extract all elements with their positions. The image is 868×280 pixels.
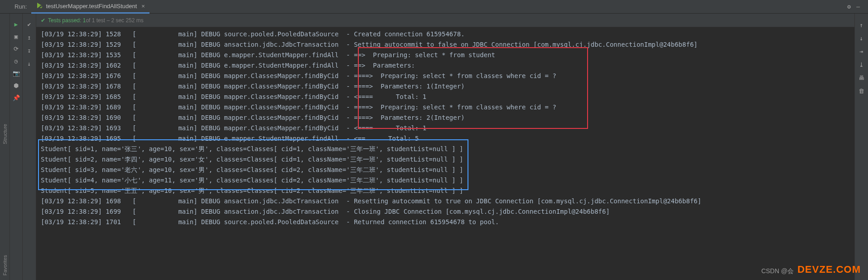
restart-icon[interactable]: ⟳	[14, 45, 19, 52]
run-ok-icon	[36, 2, 43, 10]
scroll-end-icon[interactable]: ⤓	[859, 61, 864, 68]
devz-text: DEVZE.COM	[797, 264, 861, 275]
run-label: Run:	[10, 3, 31, 10]
csdn-text: CSDN @会	[761, 267, 794, 275]
test-toolbar: ✔ ↥ ↧ ↓	[23, 14, 36, 280]
minimize-icon[interactable]: —	[856, 3, 860, 10]
up-arrow-icon[interactable]: ↑	[860, 22, 863, 29]
scroll-icon[interactable]: ↓	[28, 60, 31, 67]
structure-tool-label[interactable]: Structure	[2, 124, 8, 144]
tab-title: testUserMapper.testFindAllStudent	[46, 3, 137, 10]
watermark: CSDN @会 DEVZE.COM	[761, 264, 861, 275]
stop-icon[interactable]: ▣	[14, 33, 18, 40]
collapse-icon[interactable]: ↥	[28, 34, 31, 41]
run-tab[interactable]: testUserMapper.testFindAllStudent ×	[31, 0, 149, 14]
console-toolbar: ↑ ↓ ⇥ ⤓ 🖶 🗑	[854, 14, 868, 280]
highlight-result-output	[38, 139, 468, 190]
highlight-sql-queries	[358, 47, 588, 129]
console-line: [03/19 12:38:29] 1528 [ main] DEBUG sour…	[41, 29, 850, 39]
print-icon[interactable]: 🖶	[858, 74, 864, 81]
test-status-bar: ✔ Tests passed: 1 of 1 test – 2 sec 252 …	[36, 14, 868, 27]
pin-icon[interactable]: 📌	[13, 94, 20, 101]
gear-icon[interactable]: ⚙	[847, 3, 851, 10]
show-passed-icon[interactable]: ✔	[28, 21, 31, 28]
expand-icon[interactable]: ↧	[28, 47, 31, 54]
profile-icon[interactable]: ◷	[14, 58, 18, 64]
close-tab-icon[interactable]: ×	[141, 3, 145, 10]
down-arrow-icon[interactable]: ↓	[860, 35, 863, 42]
settings-icon[interactable]: ⬢	[14, 82, 19, 89]
console-line: [03/19 12:38:29] 1698 [ main] DEBUG ansa…	[41, 196, 850, 206]
tests-passed-text: Tests passed: 1	[48, 17, 86, 24]
console-line: [03/19 12:38:29] 1701 [ main] DEBUG sour…	[41, 217, 850, 227]
console-line: [03/19 12:38:29] 1699 [ main] DEBUG ansa…	[41, 206, 850, 217]
left-stripe: Structure Favorites	[0, 14, 10, 280]
trash-icon[interactable]: 🗑	[858, 88, 864, 94]
camera-icon[interactable]: 📷	[13, 70, 20, 77]
run-toolbar: ▶ ▣ ⟳ ◷ 📷 ⬢ 📌	[10, 14, 23, 280]
favorites-tool-label[interactable]: Favorites	[2, 255, 8, 275]
check-icon: ✔	[41, 17, 45, 24]
soft-wrap-icon[interactable]: ⇥	[860, 48, 863, 55]
tests-summary-text: of 1 test – 2 sec 252 ms	[86, 17, 143, 24]
rerun-icon[interactable]: ▶	[14, 21, 18, 28]
